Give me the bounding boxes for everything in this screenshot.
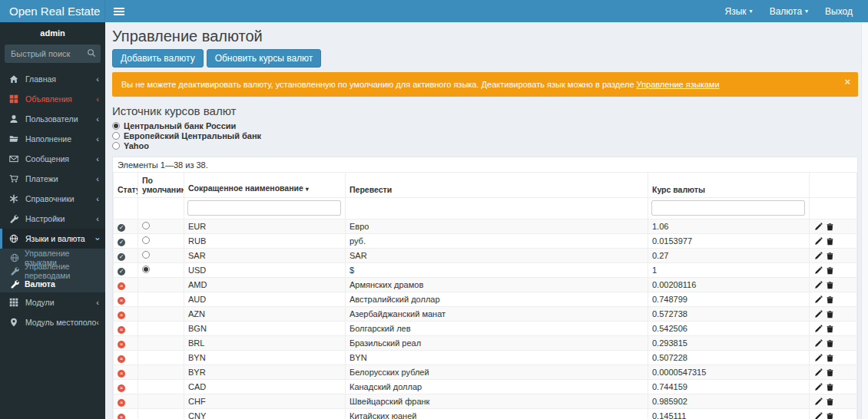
col-rate-sort[interactable]: Курс валюты	[648, 173, 810, 198]
nav-logout[interactable]: Выход	[817, 0, 861, 22]
status-inactive-icon[interactable]: ×	[118, 297, 125, 305]
chevron-down-icon: ‹	[94, 237, 102, 240]
sidebar-item-payments[interactable]: Платежи‹	[0, 169, 105, 189]
table-row: ×CNYКитайских юаней0.145111	[114, 409, 857, 419]
chevron-left-icon: ‹	[96, 299, 99, 307]
edit-icon[interactable]	[814, 354, 823, 362]
table-row: ×AZNАзербайджанский манат0.572738	[114, 307, 857, 322]
status-inactive-icon[interactable]: ×	[118, 312, 125, 319]
delete-icon[interactable]	[826, 339, 834, 348]
rate-source-option[interactable]: Центральный банк России	[112, 121, 858, 130]
warning-link[interactable]: Управление языками	[637, 80, 720, 89]
currency-rate: 1.06	[648, 219, 810, 234]
main-content: Управление валютой Добавить валюту Обнов…	[105, 22, 868, 419]
table-row: ✓EURЕвро1.06	[114, 219, 857, 234]
radio-icon[interactable]	[112, 132, 120, 140]
edit-icon[interactable]	[814, 266, 823, 275]
sidebar-item-location[interactable]: Модуль местоположения‹	[0, 312, 105, 332]
col-code-sort[interactable]: Сокращенное наименование ▾	[184, 173, 346, 198]
sidebar-item-content[interactable]: Наполнение‹	[0, 129, 105, 149]
nav-currency-dropdown[interactable]: Валюта ▾	[761, 0, 817, 22]
status-inactive-icon[interactable]: ×	[118, 282, 125, 290]
currency-name: Швейцарский франк	[346, 394, 648, 409]
currency-code: BYN	[184, 351, 346, 365]
delete-icon[interactable]	[826, 368, 834, 377]
delete-icon[interactable]	[826, 310, 834, 318]
toolbar: Добавить валюту Обновить курсы валют	[112, 49, 858, 68]
status-inactive-icon[interactable]: ×	[118, 399, 125, 407]
rate-filter-input[interactable]	[651, 200, 805, 216]
sidebar-item-settings[interactable]: Настройки‹	[0, 209, 105, 229]
currency-rate: 0.507228	[648, 351, 810, 365]
sidebar-item-home[interactable]: Главная‹	[0, 69, 105, 89]
edit-icon[interactable]	[814, 398, 823, 406]
delete-icon[interactable]	[826, 266, 834, 275]
status-active-icon[interactable]: ✓	[118, 239, 125, 246]
currency-rate: 0.985902	[648, 394, 810, 409]
table-row: ✓USD$1	[114, 263, 857, 278]
update-rates-button[interactable]: Обновить курсы валют	[207, 49, 322, 68]
edit-icon[interactable]	[814, 295, 823, 304]
status-inactive-icon[interactable]: ×	[118, 355, 125, 363]
status-active-icon[interactable]: ✓	[118, 253, 125, 261]
sidebar-item-languages[interactable]: Языки и валюта‹	[0, 229, 105, 249]
delete-icon[interactable]	[826, 354, 834, 362]
sidebar-subitem-manage-translations[interactable]: Управление переводами	[0, 264, 105, 277]
delete-icon[interactable]	[826, 281, 834, 289]
delete-icon[interactable]	[826, 325, 834, 333]
sidebar-menu: Главная‹Объявления‹Пользователи‹Наполнен…	[0, 69, 105, 332]
default-currency-radio[interactable]	[142, 251, 150, 259]
rate-source-option[interactable]: Yahoo	[112, 141, 858, 150]
folder-icon	[9, 134, 21, 144]
currency-rate: 0.748799	[648, 292, 810, 307]
caret-down-icon: ▾	[750, 8, 753, 15]
add-currency-button[interactable]: Добавить валюту	[112, 49, 204, 68]
status-active-icon[interactable]: ✓	[118, 268, 125, 275]
sidebar-item-users[interactable]: Пользователи‹	[0, 109, 105, 129]
close-icon[interactable]: ×	[844, 77, 850, 87]
edit-icon[interactable]	[814, 281, 823, 289]
edit-icon[interactable]	[814, 412, 823, 419]
default-currency-radio[interactable]	[142, 222, 150, 229]
delete-icon[interactable]	[826, 252, 834, 260]
status-inactive-icon[interactable]: ×	[118, 326, 125, 334]
status-inactive-icon[interactable]: ×	[118, 370, 125, 378]
sidebar-item-references[interactable]: Справочники‹	[0, 189, 105, 209]
edit-icon[interactable]	[814, 325, 823, 333]
edit-icon[interactable]	[814, 252, 823, 260]
sidebar-item-messages[interactable]: Сообщения‹	[0, 149, 105, 169]
search-icon[interactable]	[87, 48, 96, 58]
currency-rate: 0.27	[648, 249, 810, 263]
sidebar-item-listings[interactable]: Объявления‹	[0, 89, 105, 109]
edit-icon[interactable]	[814, 368, 823, 377]
edit-icon[interactable]	[814, 383, 823, 391]
default-currency-radio[interactable]	[142, 266, 150, 273]
code-filter-input[interactable]	[187, 200, 341, 216]
delete-icon[interactable]	[826, 223, 834, 231]
delete-icon[interactable]	[826, 412, 834, 419]
delete-icon[interactable]	[826, 398, 834, 406]
sidebar-item-modules[interactable]: Модули‹	[0, 292, 105, 312]
currency-code: CAD	[184, 380, 346, 394]
edit-icon[interactable]	[814, 237, 823, 246]
status-active-icon[interactable]: ✓	[118, 224, 125, 232]
edit-icon[interactable]	[814, 310, 823, 318]
edit-icon[interactable]	[814, 223, 823, 231]
rate-source-option[interactable]: Европейский Центральный банк	[112, 131, 858, 140]
status-inactive-icon[interactable]: ×	[118, 384, 125, 392]
nav-language-dropdown[interactable]: Язык ▾	[717, 0, 761, 22]
radio-icon[interactable]	[112, 122, 120, 130]
edit-icon[interactable]	[814, 339, 823, 348]
status-inactive-icon[interactable]: ×	[118, 414, 125, 419]
table-row: ×BYNBYN0.507228	[114, 351, 857, 365]
radio-icon[interactable]	[112, 142, 120, 150]
delete-icon[interactable]	[826, 237, 834, 246]
delete-icon[interactable]	[826, 383, 834, 391]
delete-icon[interactable]	[826, 295, 834, 304]
default-currency-radio[interactable]	[142, 236, 150, 244]
chevron-left-icon: ‹	[96, 318, 99, 327]
status-inactive-icon[interactable]: ×	[118, 341, 125, 348]
currency-code: AMD	[184, 278, 346, 292]
sidebar-toggle-button[interactable]	[105, 0, 133, 22]
app-logo[interactable]: Open Real Estate	[0, 0, 105, 22]
